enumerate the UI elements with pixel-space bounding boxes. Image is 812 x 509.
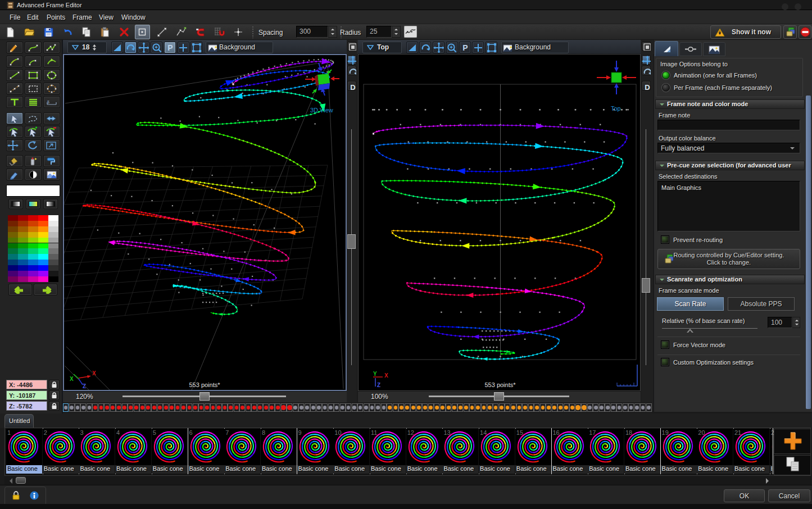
svg-text:X: X <box>92 370 96 376</box>
svg-text:D: D <box>645 83 650 90</box>
svg-text:$: $ <box>47 100 49 104</box>
svg-text:Top: Top <box>611 105 621 112</box>
svg-text:Y: Y <box>373 371 377 377</box>
svg-text:X: X <box>70 376 74 382</box>
svg-text:Z: Z <box>377 382 380 388</box>
svg-text:X: X <box>384 372 388 379</box>
svg-text:P: P <box>167 43 173 52</box>
svg-text:P: P <box>462 43 468 52</box>
svg-text:553 points*: 553 points* <box>484 381 516 388</box>
svg-text:3D View: 3D View <box>310 107 333 113</box>
svg-text:D: D <box>350 83 355 90</box>
svg-text:553 points*: 553 points* <box>189 381 220 388</box>
svg-text:Z: Z <box>83 383 86 389</box>
